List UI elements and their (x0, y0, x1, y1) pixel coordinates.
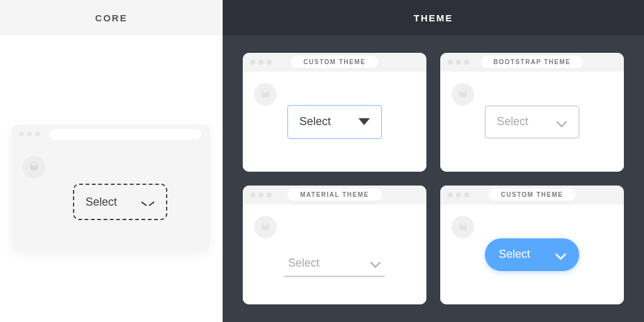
theme-label: CUSTOM THEME (489, 189, 576, 201)
core-title: CORE (95, 13, 127, 23)
window-dot-icon (258, 192, 264, 197)
window-dot-icon (448, 60, 453, 65)
window-dot-icon (35, 131, 40, 136)
robot-icon (28, 160, 40, 175)
theme-column: THEME CUSTOM THEME (223, 0, 644, 322)
core-window: Select (11, 125, 210, 250)
caret-down-icon (358, 118, 370, 125)
theme-window-body: Select (440, 72, 624, 172)
theme-window-titlebar: CUSTOM THEME (243, 53, 426, 72)
avatar (254, 83, 277, 106)
core-header: CORE (0, 0, 223, 35)
window-dot-icon (464, 60, 469, 65)
window-dots (448, 60, 469, 65)
theme-title: THEME (414, 13, 453, 23)
theme-window-titlebar: BOOTSTRAP THEME (440, 53, 624, 72)
window-dot-icon (267, 192, 272, 197)
window-dots (19, 131, 40, 136)
theme-window-titlebar: MATERIAL THEME (243, 186, 426, 204)
window-dot-icon (27, 131, 32, 136)
theme-card-custom-pill: CUSTOM THEME Select (440, 186, 624, 304)
app-root: CORE (0, 0, 644, 322)
theme-label: CUSTOM THEME (291, 56, 379, 68)
window-dot-icon (19, 131, 24, 136)
chevron-down-icon (555, 250, 565, 260)
window-dot-icon (456, 192, 461, 197)
theme-card-bootstrap: BOOTSTRAP THEME Select (440, 53, 624, 172)
theme-window-body: Select (243, 204, 426, 304)
theme-window-titlebar: CUSTOM THEME (440, 186, 624, 204)
chevron-down-icon (370, 257, 381, 269)
robot-icon (259, 219, 272, 235)
window-dots (250, 60, 272, 65)
core-window-content: Select (11, 143, 210, 187)
core-select-label: Select (86, 196, 117, 209)
window-dot-icon (456, 60, 461, 65)
robot-icon (259, 87, 272, 102)
avatar (452, 216, 474, 238)
theme-card-custom: CUSTOM THEME Select (243, 53, 426, 172)
avatar (452, 83, 474, 106)
window-dots (250, 192, 272, 197)
theme-label: MATERIAL THEME (287, 189, 382, 201)
theme-label: BOOTSTRAP THEME (481, 56, 584, 68)
theme-grid: CUSTOM THEME Select (223, 35, 644, 322)
window-dot-icon (267, 60, 272, 65)
select-label: Select (499, 248, 530, 261)
window-dot-icon (250, 60, 255, 65)
robot-icon (457, 87, 469, 102)
theme-card-material: MATERIAL THEME Select (243, 186, 426, 304)
address-bar-placeholder (49, 129, 201, 140)
window-dots (448, 192, 469, 197)
core-select-dropdown[interactable]: Select (73, 184, 167, 220)
avatar (254, 216, 277, 238)
theme-window-body: Select (243, 72, 426, 172)
select-dropdown-custom[interactable]: Select (287, 105, 382, 139)
select-label: Select (288, 256, 319, 269)
core-body: Select (0, 35, 223, 322)
chevron-down-icon (556, 116, 567, 128)
core-window-titlebar (11, 125, 210, 143)
core-column: CORE (0, 0, 223, 322)
select-dropdown-pill[interactable]: Select (485, 238, 579, 271)
select-label: Select (299, 115, 331, 128)
select-dropdown-material[interactable]: Select (284, 256, 385, 277)
window-dot-icon (250, 192, 255, 197)
window-dot-icon (258, 60, 264, 65)
theme-header: THEME (223, 0, 644, 35)
select-dropdown-bootstrap[interactable]: Select (485, 106, 579, 138)
robot-icon (457, 219, 469, 235)
chevron-down-icon (141, 195, 155, 209)
window-dot-icon (464, 192, 469, 197)
theme-window-body: Select (440, 204, 624, 304)
avatar (23, 156, 45, 179)
select-label: Select (497, 115, 528, 128)
window-dot-icon (448, 192, 453, 197)
